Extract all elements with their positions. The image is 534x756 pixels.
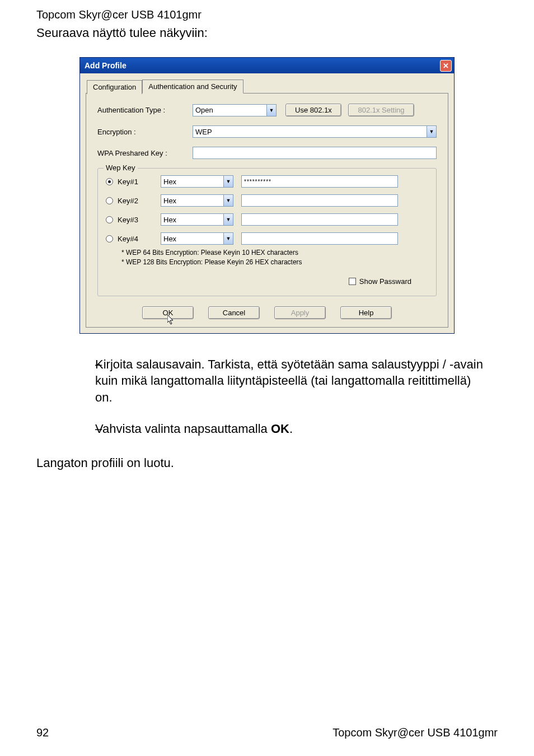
key4-radio[interactable]: Key#4	[106, 235, 161, 243]
key4-type-select[interactable]: Hex ▼	[161, 232, 233, 245]
tab-configuration[interactable]: Configuration	[87, 80, 142, 94]
chevron-down-icon: ▼	[223, 195, 233, 206]
key1-radio[interactable]: Key#1	[106, 178, 161, 186]
wep-note-128: * WEP 128 Bits Encryption: Please Keyin …	[121, 258, 428, 267]
bullet-dash: –	[36, 356, 95, 406]
dialog-titlebar: Add Profile ✕	[80, 58, 454, 73]
wep-note: * WEP 64 Bits Encryption: Please Keyin 1…	[121, 248, 428, 267]
ok-button[interactable]: OK	[142, 306, 194, 319]
encryption-label: Encryption :	[97, 128, 193, 136]
key2-label: Key#2	[118, 197, 138, 205]
key3-type-value: Hex	[163, 216, 176, 224]
key2-input[interactable]	[241, 194, 398, 207]
key3-radio[interactable]: Key#3	[106, 216, 161, 224]
wep-note-64: * WEP 64 Bits Encryption: Please Keyin 1…	[121, 248, 428, 258]
chevron-down-icon: ▼	[223, 233, 233, 244]
bullet-2-text: Vahvista valinta napsauttamalla OK.	[95, 421, 498, 437]
key1-input[interactable]: **********	[241, 175, 398, 188]
bullet-dash: –	[36, 421, 95, 437]
dialog-title: Add Profile	[85, 61, 127, 70]
key2-type-value: Hex	[163, 197, 176, 205]
encryption-value: WEP	[195, 128, 212, 136]
add-profile-dialog: Add Profile ✕ Configuration Authenticati…	[79, 57, 455, 334]
bullet-1-text: Kirjoita salausavain. Tarkista, että syö…	[95, 356, 498, 406]
close-icon: ✕	[443, 62, 449, 69]
chevron-down-icon: ▼	[223, 176, 233, 187]
wep-key-legend: Wep Key	[104, 164, 138, 172]
tab-auth-security[interactable]: Authentication and Security	[142, 80, 243, 94]
auth-type-label: Authentication Type :	[97, 106, 193, 114]
cancel-button[interactable]: Cancel	[208, 306, 260, 319]
footer-right: Topcom Skyr@cer USB 4101gmr	[332, 726, 498, 739]
key3-label: Key#3	[118, 216, 138, 224]
bullet-2-pre: Vahvista valinta napsauttamalla	[95, 422, 271, 436]
bullet-2-post: .	[289, 422, 293, 436]
key3-input[interactable]	[241, 213, 398, 226]
chevron-down-icon: ▼	[223, 214, 233, 225]
key4-label: Key#4	[118, 235, 138, 243]
final-text: Langaton profiili on luotu.	[36, 456, 498, 470]
bullet-2-bold: OK	[271, 422, 289, 436]
wep-key-group: Wep Key Key#1 Hex ▼ **********	[97, 168, 437, 296]
chevron-down-icon: ▼	[266, 105, 276, 116]
use-8021x-button[interactable]: Use 802.1x	[285, 104, 341, 116]
auth-type-select[interactable]: Open ▼	[193, 104, 277, 116]
apply-button: Apply	[274, 306, 326, 319]
key3-type-select[interactable]: Hex ▼	[161, 213, 233, 226]
key4-type-value: Hex	[163, 235, 176, 243]
page-number: 92	[36, 726, 49, 739]
encryption-select[interactable]: WEP ▼	[193, 125, 437, 138]
key4-input[interactable]	[241, 232, 398, 245]
help-button[interactable]: Help	[340, 306, 392, 319]
psk-input[interactable]	[193, 147, 437, 159]
key2-radio[interactable]: Key#2	[106, 197, 161, 205]
close-button[interactable]: ✕	[440, 60, 452, 72]
page-header: Topcom Skyr@cer USB 4101gmr	[36, 8, 498, 21]
cursor-icon	[167, 315, 176, 326]
key1-label: Key#1	[118, 178, 138, 186]
instruction-list: – Kirjoita salausavain. Tarkista, että s…	[36, 356, 498, 452]
key1-type-value: Hex	[163, 178, 176, 186]
show-password-checkbox[interactable]	[349, 278, 356, 285]
chevron-down-icon: ▼	[427, 126, 436, 137]
tab-strip: Configuration Authentication and Securit…	[87, 79, 448, 93]
auth-type-value: Open	[195, 106, 213, 114]
psk-label: WPA Preshared Key :	[97, 149, 193, 157]
show-password-label: Show Passward	[359, 277, 411, 286]
svg-marker-0	[167, 315, 173, 324]
key1-type-select[interactable]: Hex ▼	[161, 175, 233, 188]
page-subheader: Seuraava näyttö tulee näkyviin:	[36, 26, 498, 40]
8021x-setting-button: 802.1x Setting	[348, 104, 414, 116]
key2-type-select[interactable]: Hex ▼	[161, 194, 233, 207]
tab-body: Authentication Type : Open ▼ Use 802.1x …	[86, 93, 448, 328]
